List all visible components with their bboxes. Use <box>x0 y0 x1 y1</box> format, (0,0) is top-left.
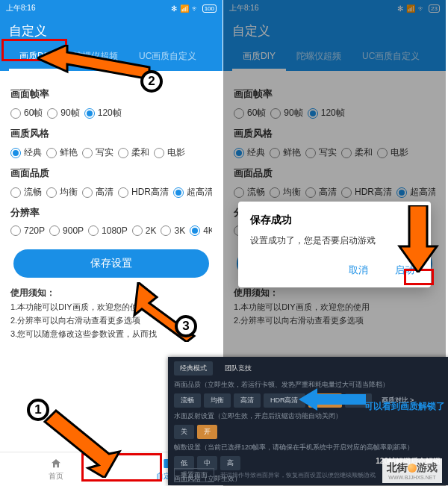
radio-classic[interactable]: 经典 <box>10 146 42 159</box>
save-button[interactable]: 保存设置 <box>13 249 209 278</box>
svg-marker-5 <box>299 388 366 411</box>
quality-options: 流畅 均衡 高清 HDR高清 超高清 <box>10 186 212 199</box>
page-title: 自定义 <box>9 19 214 44</box>
svg-marker-4 <box>399 205 437 272</box>
radio-720p[interactable]: 720P <box>10 225 45 236</box>
radio-hdr[interactable]: HDR高清 <box>118 186 169 199</box>
chip-balanced[interactable]: 均衡 <box>204 393 231 408</box>
badge-1: 1 <box>27 399 49 421</box>
watermark-logo: 北街游戏 WWW.BJJHXS.NET <box>382 458 442 483</box>
badge-3: 3 <box>175 315 197 337</box>
radio-2k[interactable]: 2K <box>132 225 157 236</box>
reset-note: 若误操作导致画面异常，恢复画面设置以便您继续顺畅游戏 <box>220 471 376 479</box>
style-options: 经典 鲜艳 写实 柔和 电影 <box>10 146 212 159</box>
radio-1080p[interactable]: 1080P <box>88 225 128 236</box>
svg-marker-1 <box>37 45 149 79</box>
radio-movie[interactable]: 电影 <box>154 146 185 159</box>
game-tab-classic[interactable]: 经典模式 <box>174 361 213 376</box>
unlock-annotation: 可以看到画质解锁了 <box>364 400 445 413</box>
bluetooth-icon: ✻ <box>171 4 177 13</box>
label-resolution: 分辨率 <box>10 206 212 219</box>
reset-button[interactable]: 重置画面 <box>174 468 214 482</box>
badge-2: 2 <box>140 70 163 93</box>
arrow-blue <box>299 388 366 411</box>
status-icons: ✻ 📶 ᯤ 100 <box>171 4 217 13</box>
radio-3k[interactable]: 3K <box>161 225 185 236</box>
arrow-step2 <box>37 45 157 97</box>
radio-vivid[interactable]: 鲜艳 <box>46 146 78 159</box>
label-style: 画质风格 <box>10 127 212 140</box>
chip-hd[interactable]: 高清 <box>234 393 261 408</box>
radio-balanced[interactable]: 均衡 <box>46 186 78 199</box>
arrow-step3 <box>127 282 217 342</box>
dialog-message: 设置成功了，您是否要启动游戏 <box>250 234 419 247</box>
radio-120fps[interactable]: 120帧 <box>84 107 122 119</box>
radio-real[interactable]: 写实 <box>82 146 113 159</box>
label-quality: 画面品质 <box>10 166 212 180</box>
game-fps-label: 帧数设置（当前已选择120帧率，请确保在手机系统中开启对应的高帧率刷新率） <box>168 441 448 454</box>
wifi-icon: ᯤ <box>192 4 199 13</box>
chip-off[interactable]: 关 <box>174 425 194 439</box>
logo-icon <box>408 464 417 473</box>
cancel-button[interactable]: 取消 <box>344 261 373 280</box>
radio-4k[interactable]: 4K <box>190 225 212 236</box>
radio-90fps[interactable]: 90帧 <box>47 107 79 119</box>
status-bar: 上午8:16 ✻ 📶 ᯤ 100 <box>0 0 223 16</box>
radio-hd[interactable]: 高清 <box>82 186 113 199</box>
radio-soft[interactable]: 柔和 <box>118 146 149 159</box>
resolution-options: 720P 900P 1080P 2K 3K 4K <box>10 225 212 236</box>
dialog-title: 保存成功 <box>250 214 419 227</box>
framerate-options: 60帧 90帧 120帧 <box>10 107 212 119</box>
radio-60fps[interactable]: 60帧 <box>10 107 43 119</box>
status-time: 上午8:16 <box>6 3 35 13</box>
radio-smooth[interactable]: 流畅 <box>10 186 42 199</box>
radio-900p[interactable]: 900P <box>49 225 84 236</box>
signal-icon: 📶 <box>180 4 189 13</box>
battery-icon: 100 <box>202 4 217 13</box>
radio-uhd[interactable]: 超高清 <box>173 186 212 199</box>
svg-marker-3 <box>45 411 119 478</box>
game-tab-team[interactable]: 团队竞技 <box>219 361 258 376</box>
arrow-launch <box>396 205 441 272</box>
chip-on[interactable]: 开 <box>197 425 217 439</box>
chip-smooth[interactable]: 流畅 <box>174 393 201 408</box>
